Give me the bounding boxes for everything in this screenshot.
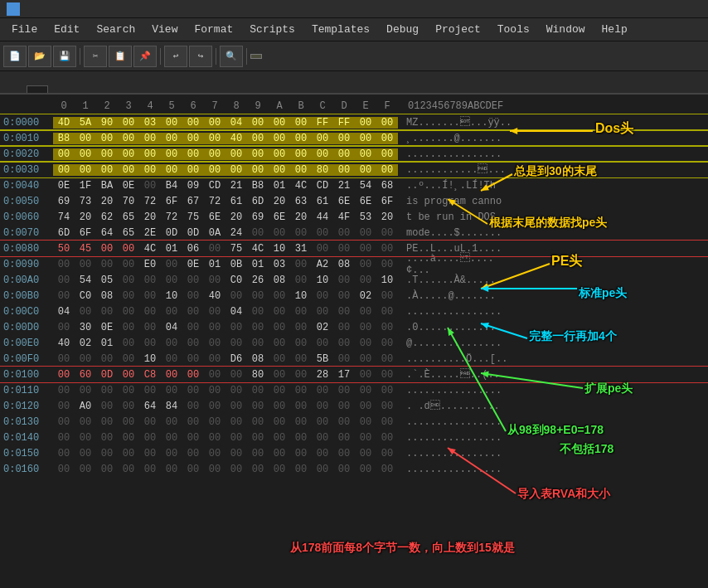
hex-cell[interactable]: 80 — [247, 369, 269, 381]
hex-cell[interactable]: 00 — [75, 353, 96, 365]
hex-mode-btn[interactable] — [250, 54, 262, 59]
hex-cell[interactable]: 00 — [269, 227, 290, 239]
hex-cell[interactable]: 00 — [355, 353, 376, 365]
hex-cell[interactable]: 10 — [269, 243, 290, 255]
hex-cell[interactable]: 00 — [75, 416, 96, 428]
hex-cell[interactable]: 00 — [139, 448, 161, 459]
menu-file[interactable]: File — [3, 22, 46, 37]
hex-cell[interactable]: 00 — [75, 164, 96, 176]
hex-cell[interactable]: 00 — [182, 369, 204, 381]
hex-cell[interactable]: 6E — [355, 196, 376, 207]
hex-cell[interactable]: 00 — [376, 290, 398, 302]
hex-cell[interactable]: 02 — [355, 290, 376, 302]
menu-scripts[interactable]: Scripts — [241, 22, 303, 37]
hex-cell[interactable]: 6E — [333, 196, 355, 207]
hex-cell[interactable]: 00 — [225, 448, 247, 459]
hex-cell[interactable]: 00 — [161, 416, 182, 428]
hex-cell[interactable]: 00 — [161, 148, 182, 160]
hex-cell[interactable]: 00 — [161, 385, 182, 396]
hex-cell[interactable]: 00 — [53, 416, 75, 428]
table-row[interactable]: 0:00400E1FBA0E00B409CD21B8014CCD215468..… — [0, 177, 708, 193]
hex-cell[interactable]: 00 — [53, 275, 75, 286]
hex-cell[interactable]: 75 — [182, 211, 204, 223]
hex-cell[interactable]: 00 — [225, 148, 247, 160]
hex-cell[interactable]: 4F — [333, 211, 355, 223]
hex-cell[interactable]: 20 — [139, 211, 161, 223]
hex-cell[interactable]: 00 — [182, 117, 204, 129]
hex-cell[interactable]: 00 — [118, 432, 139, 444]
hex-cell[interactable]: 10 — [290, 290, 312, 302]
hex-cell[interactable]: 00 — [312, 227, 333, 239]
hex-cell[interactable]: 00 — [118, 243, 139, 255]
hex-cell[interactable]: C0 — [75, 290, 96, 302]
hex-cell[interactable]: 00 — [269, 322, 290, 333]
hex-cell[interactable]: 00 — [161, 259, 182, 270]
hex-cell[interactable]: 00 — [376, 148, 398, 160]
table-row[interactable]: 0:00706D6F64652E0D0D0A2400000000000000mo… — [0, 225, 708, 241]
hex-cell[interactable]: 0E — [118, 180, 139, 192]
hex-cell[interactable]: B4 — [161, 180, 182, 192]
hex-cell[interactable]: 09 — [182, 180, 204, 192]
hex-cell[interactable]: 00 — [312, 290, 333, 302]
hex-cell[interactable]: 72 — [139, 196, 161, 207]
table-row[interactable]: 0:00B000C00800001000400000001000000200.À… — [0, 288, 708, 304]
copy-btn[interactable]: 📋 — [109, 46, 132, 67]
hex-cell[interactable]: 00 — [118, 338, 139, 349]
table-row[interactable]: 0:00F00000000010000000D60800005B000000..… — [0, 351, 708, 367]
table-row[interactable]: 0:00E040020100000000000000000000000000@.… — [0, 335, 708, 351]
hex-cell[interactable]: 00 — [53, 464, 75, 475]
hex-cell[interactable]: 01 — [269, 180, 290, 192]
hex-cell[interactable]: 28 — [312, 369, 333, 381]
hex-cell[interactable]: 00 — [355, 275, 376, 286]
hex-cell[interactable]: 00 — [182, 164, 204, 176]
table-row[interactable]: 0:0060742062652072756E20696E20444F5320t … — [0, 209, 708, 225]
hex-cell[interactable]: 00 — [204, 432, 225, 444]
hex-cell[interactable]: 4D — [53, 117, 75, 129]
hex-cell[interactable]: 6D — [247, 196, 269, 207]
hex-cell[interactable]: 00 — [53, 385, 75, 396]
hex-cell[interactable]: 00 — [53, 164, 75, 176]
hex-cell[interactable]: 00 — [312, 306, 333, 318]
hex-cell[interactable]: 00 — [355, 416, 376, 428]
hex-cell[interactable]: 00 — [204, 322, 225, 333]
hex-cell[interactable]: 00 — [96, 401, 118, 412]
hex-cell[interactable]: 0B — [225, 259, 247, 270]
hex-cell[interactable]: 00 — [139, 275, 161, 286]
hex-cell[interactable]: 00 — [53, 290, 75, 302]
hex-cell[interactable]: 2E — [139, 227, 161, 239]
hex-cell[interactable]: 00 — [182, 448, 204, 459]
hex-cell[interactable]: 00 — [75, 464, 96, 475]
hex-cell[interactable]: 00 — [376, 227, 398, 239]
hex-cell[interactable]: 00 — [182, 464, 204, 475]
hex-cell[interactable]: 00 — [355, 401, 376, 412]
hex-cell[interactable]: 00 — [333, 416, 355, 428]
hex-cell[interactable]: 03 — [269, 259, 290, 270]
hex-cell[interactable]: 00 — [333, 385, 355, 396]
hex-cell[interactable]: 0D — [161, 227, 182, 239]
hex-cell[interactable]: 00 — [355, 306, 376, 318]
paste-btn[interactable]: 📌 — [133, 46, 157, 67]
hex-cell[interactable]: 04 — [53, 306, 75, 318]
menu-window[interactable]: Window — [538, 22, 594, 37]
hex-cell[interactable]: 00 — [333, 401, 355, 412]
hex-cell[interactable]: 00 — [53, 148, 75, 160]
hex-cell[interactable]: 04 — [161, 322, 182, 333]
hex-cell[interactable]: 00 — [269, 369, 290, 381]
menu-view[interactable]: View — [143, 22, 186, 37]
hex-cell[interactable]: 00 — [333, 148, 355, 160]
hex-cell[interactable]: 72 — [204, 196, 225, 207]
hex-cell[interactable]: 00 — [182, 133, 204, 144]
hex-cell[interactable]: 00 — [290, 133, 312, 144]
hex-cell[interactable]: 00 — [312, 448, 333, 459]
menu-edit[interactable]: Edit — [46, 22, 88, 37]
hex-cell[interactable]: 00 — [161, 164, 182, 176]
hex-cell[interactable]: 00 — [118, 448, 139, 459]
hex-cell[interactable]: 06 — [182, 243, 204, 255]
hex-cell[interactable]: 00 — [204, 401, 225, 412]
hex-cell[interactable]: 60 — [75, 369, 96, 381]
hex-cell[interactable]: 00 — [118, 464, 139, 475]
hex-cell[interactable]: 00 — [75, 448, 96, 459]
hex-cell[interactable]: 00 — [290, 117, 312, 129]
hex-cell[interactable]: 00 — [376, 322, 398, 333]
hex-cell[interactable]: 00 — [139, 164, 161, 176]
